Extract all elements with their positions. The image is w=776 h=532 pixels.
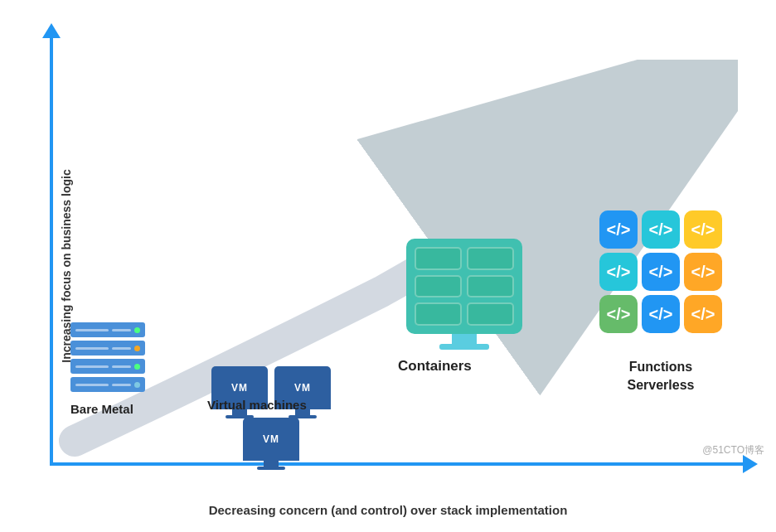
rack-line <box>75 365 109 368</box>
container-cell-2 <box>467 247 514 270</box>
container-cell-3 <box>415 275 462 298</box>
func-icon-3: </> <box>684 210 722 249</box>
x-axis <box>50 462 746 466</box>
func-icon-7: </> <box>599 295 638 333</box>
vm-screen-3: VM <box>243 418 299 461</box>
container-monitor <box>406 239 522 334</box>
container-base <box>439 344 489 350</box>
serverless-label: Serverless <box>599 378 722 393</box>
rack-line2 <box>112 365 131 368</box>
rack-line2 <box>112 329 131 331</box>
func-icon-8: </> <box>642 295 680 333</box>
rack-unit-2 <box>70 341 145 355</box>
bare-metal-label: Bare Metal <box>70 402 133 416</box>
rack-dot-green <box>134 327 140 333</box>
rack-line <box>75 347 109 350</box>
x-axis-arrow <box>743 455 758 473</box>
func-icon-2: </> <box>642 210 680 249</box>
rack-line <box>75 329 109 331</box>
rack-dot-green-2 <box>134 364 140 370</box>
rack-line <box>75 384 109 386</box>
rack-dot-yellow <box>134 346 140 351</box>
rack-line2 <box>112 347 131 350</box>
vm-label: Virtual machines <box>207 398 307 412</box>
container-group: Containers <box>406 239 522 350</box>
watermark: @51CTO博客 <box>702 443 764 457</box>
x-axis-label: Decreasing concern (and control) over st… <box>0 503 776 517</box>
chart-container: Increasing focus on business logic Decre… <box>0 0 776 532</box>
func-icon-4: </> <box>599 253 638 291</box>
container-cell-4 <box>467 275 514 298</box>
containers-label: Containers <box>398 358 472 375</box>
functions-label: Functions <box>599 360 722 375</box>
bare-metal-group: Bare Metal <box>70 322 145 395</box>
container-cell-1 <box>415 247 462 270</box>
func-icon-1: </> <box>599 210 638 249</box>
y-axis <box>50 35 53 466</box>
y-axis-arrow <box>42 23 61 38</box>
rack-unit-1 <box>70 322 145 337</box>
func-icon-9: </> <box>684 295 722 333</box>
func-icon-grid: </> </> </> </> </> </> </> </> </> <box>599 210 722 333</box>
rack-unit-4 <box>70 377 145 392</box>
func-icon-6: </> <box>684 253 722 291</box>
container-cell-5 <box>415 302 462 326</box>
rack-dot-blue <box>134 382 140 388</box>
func-icon-5: </> <box>642 253 680 291</box>
functions-group: </> </> </> </> </> </> </> </> </> Func… <box>599 210 722 333</box>
container-cell-6 <box>467 302 514 326</box>
rack-line2 <box>112 384 131 386</box>
container-stand <box>452 334 477 344</box>
rack-unit-3 <box>70 359 145 374</box>
